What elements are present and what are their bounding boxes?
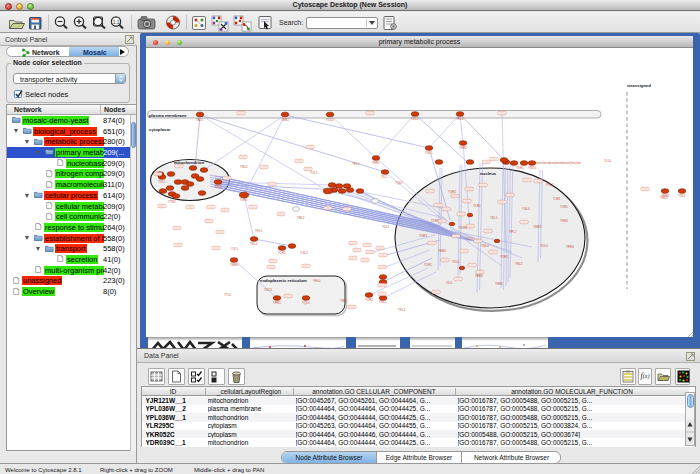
svg-text:YSC0: YSC0 [264,288,272,292]
svg-text:YGR1: YGR1 [419,234,428,238]
svg-text:endoplasmic reticulum: endoplasmic reticulum [260,278,307,283]
svg-text:YWL0: YWL0 [528,166,537,170]
svg-text:mitochondrion(membrane)fractio: mitochondrion(membrane)fraction [536,161,581,165]
svg-text:YHR1: YHR1 [495,282,503,286]
svg-text:YKL0: YKL0 [250,242,258,246]
svg-text:YJL0: YJL0 [466,237,473,241]
svg-text:YOR2: YOR2 [365,298,374,302]
svg-text:YMR0: YMR0 [230,263,239,267]
svg-text:YFR1: YFR1 [372,161,380,165]
svg-text:YDL1: YDL1 [452,260,460,264]
svg-text:YPR0: YPR0 [566,245,574,249]
svg-text:YLR0: YLR0 [473,204,481,208]
svg-text:YUL0: YUL0 [214,185,222,189]
svg-text:YIL1: YIL1 [381,175,388,179]
svg-text:YCL0: YCL0 [326,118,334,122]
svg-text:YRR0: YRR0 [661,194,669,198]
svg-text:YPR1: YPR1 [273,301,281,305]
svg-text:YQ01: YQ01 [395,181,403,185]
svg-text:YKL1: YKL1 [490,216,498,220]
svg-text:YPL0: YPL0 [352,162,360,166]
svg-text:YML0: YML0 [481,244,489,248]
svg-text:YGR2: YGR2 [448,190,457,194]
svg-text:YTR2: YTR2 [168,200,176,204]
svg-text:YDR1: YDR1 [424,263,432,267]
svg-text:nucleus: nucleus [480,171,497,176]
svg-text:YIL0: YIL0 [446,281,453,285]
svg-text:YTL0: YTL0 [224,293,232,297]
svg-text:YZR0: YZR0 [560,205,568,209]
svg-text:plasma membrane: plasma membrane [149,113,187,118]
svg-text:YLL0: YLL0 [604,159,611,163]
svg-text:YNL1: YNL1 [379,300,387,304]
svg-text:YGL2: YGL2 [300,251,308,255]
svg-text:YOL0: YOL0 [540,244,548,248]
svg-text:YNL2: YNL2 [515,262,523,266]
svg-text:YHL0: YHL0 [313,279,321,283]
svg-text:YYL2: YYL2 [546,183,554,187]
svg-text:1:1: 1:1 [113,19,120,25]
svg-text:YFL0: YFL0 [255,229,263,233]
svg-text:YGL1: YGL1 [425,151,433,155]
svg-text:unassigned: unassigned [627,83,651,88]
svg-text:YRL2: YRL2 [297,216,305,220]
svg-text:YLR1: YLR1 [278,251,286,255]
svg-text:YUL1: YUL1 [382,225,390,229]
svg-text:YJL1: YJL1 [231,247,238,251]
svg-text:YAL0: YAL0 [196,118,203,122]
svg-text:YXR1: YXR1 [516,166,524,170]
svg-text:YOR1: YOR1 [500,255,509,259]
svg-text:YBR2: YBR2 [281,118,289,122]
svg-text:YLR3: YLR3 [431,219,439,223]
svg-text:YMR2: YMR2 [533,225,542,229]
svg-text:cytoplasm: cytoplasm [149,127,170,132]
svg-text:YDL2: YDL2 [411,117,419,121]
svg-text:YQL0: YQL0 [302,301,310,305]
svg-text:YVL1: YVL1 [158,180,166,184]
svg-text:YGL0: YGL0 [522,207,530,211]
svg-text:YDR3: YDR3 [459,226,467,230]
svg-text:YEL0: YEL0 [456,117,464,121]
svg-text:YOL1: YOL1 [310,171,318,175]
svg-text:YHR2: YHR2 [459,146,467,150]
svg-text:YSL1: YSL1 [678,194,686,198]
svg-text:YIR0: YIR0 [340,299,347,303]
svg-text:mitochondrion: mitochondrion [174,160,204,165]
svg-text:YJR1: YJR1 [553,197,561,201]
svg-text:YJR2: YJR2 [240,198,248,202]
svg-text:YKR0: YKR0 [560,219,568,223]
svg-text:YNL0: YNL0 [240,165,248,169]
svg-text:YER0: YER0 [475,274,483,278]
svg-text:YPL2: YPL2 [509,230,517,234]
svg-text:YKL2: YKL2 [398,308,406,312]
svg-text:YBR0: YBR0 [438,249,446,253]
